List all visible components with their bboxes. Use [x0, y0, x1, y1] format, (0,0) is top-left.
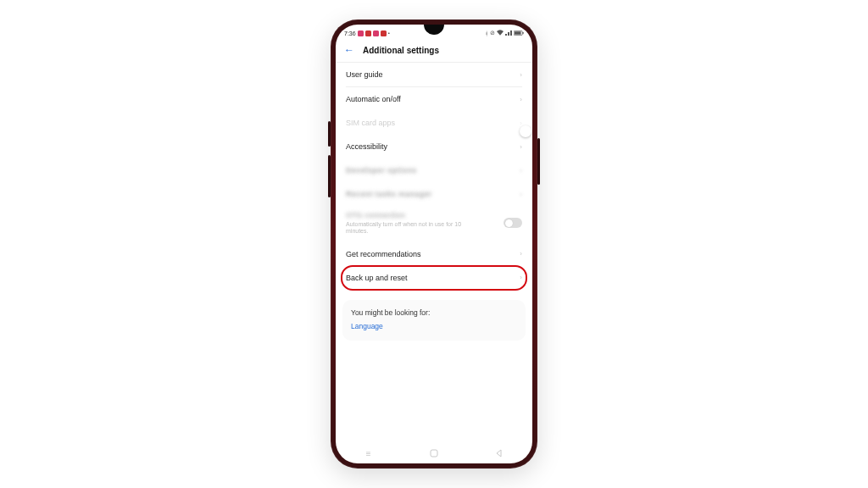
status-left: 7:36 • — [344, 30, 390, 36]
battery-icon — [514, 30, 524, 36]
row-user-guide[interactable]: User guide › — [336, 63, 532, 86]
phone-frame: 7:36 • ᚼ ⊘ — [331, 19, 537, 469]
suggestion-title: You might be looking for: — [351, 308, 517, 317]
svg-rect-3 — [431, 450, 437, 457]
row-label: Get recommendations — [346, 250, 421, 258]
notif-icon — [381, 30, 387, 36]
settings-list: User guide › Automatic on/off › SIM card… — [336, 63, 532, 443]
recents-icon[interactable]: ≡ — [364, 449, 373, 458]
volume-down-button — [328, 155, 331, 197]
row-label-blurred: Recent tasks manager — [346, 190, 432, 198]
row-get-recommendations[interactable]: Get recommendations › — [336, 242, 532, 266]
bluetooth-icon: ᚼ — [485, 30, 488, 36]
scroll-thumb[interactable] — [520, 125, 531, 137]
row-label-blurred: Developer options — [346, 166, 417, 175]
row-blurred[interactable]: Developer options › — [336, 158, 532, 182]
volume-up-button — [328, 121, 331, 147]
suggestion-link-language[interactable]: Language — [351, 322, 517, 330]
chevron-right-icon: › — [520, 71, 522, 79]
status-right: ᚼ ⊘ — [485, 30, 524, 36]
row-sim-card-apps: SIM card apps › — [336, 111, 532, 135]
clock: 7:36 — [344, 30, 356, 36]
toggle-switch[interactable] — [504, 218, 522, 228]
row-auto-onoff[interactable]: Automatic on/off › — [336, 87, 532, 111]
dnd-icon: ⊘ — [490, 30, 495, 36]
row-label: SIM card apps — [346, 119, 395, 127]
row-subtitle: Automatically turn off when not in use f… — [346, 221, 465, 236]
home-icon[interactable] — [430, 449, 438, 458]
chevron-right-icon: › — [520, 96, 522, 103]
svg-rect-2 — [515, 31, 521, 34]
svg-rect-1 — [523, 31, 524, 34]
chevron-right-icon: › — [520, 167, 522, 175]
back-nav-icon[interactable] — [495, 449, 504, 458]
chevron-right-icon: › — [520, 143, 522, 151]
row-label: User guide — [346, 70, 383, 79]
suggestion-card: You might be looking for: Language — [342, 300, 526, 341]
nav-bar: ≡ — [336, 443, 532, 463]
row-label-blurred: OTG connection — [346, 211, 465, 219]
chevron-right-icon: › — [520, 274, 522, 281]
chevron-right-icon: › — [520, 191, 522, 198]
notif-icon — [358, 30, 364, 36]
signal-icon — [505, 30, 512, 36]
notif-icon — [365, 30, 371, 36]
row-blurred[interactable]: Recent tasks manager › — [336, 182, 532, 206]
row-backup-and-reset[interactable]: Back up and reset › — [336, 266, 532, 290]
back-icon[interactable]: ← — [344, 45, 354, 55]
app-bar: ← Additional settings — [336, 40, 532, 62]
chevron-right-icon: › — [520, 250, 522, 258]
wifi-icon — [497, 30, 504, 36]
row-label: Accessibility — [346, 142, 387, 151]
row-label: Back up and reset — [346, 274, 408, 282]
row-accessibility[interactable]: Accessibility › — [336, 135, 532, 158]
screen: 7:36 • ᚼ ⊘ — [336, 25, 532, 463]
notif-icon — [373, 30, 379, 36]
row-otg[interactable]: OTG connection Automatically turn off wh… — [336, 206, 532, 242]
power-button — [537, 138, 540, 185]
more-icon: • — [388, 30, 390, 36]
page-title: Additional settings — [363, 46, 439, 55]
row-label: Automatic on/off — [346, 95, 401, 103]
